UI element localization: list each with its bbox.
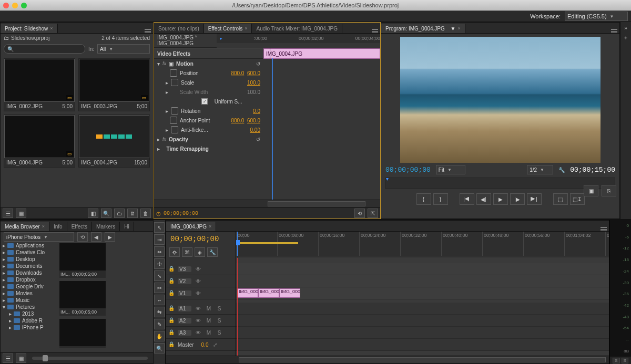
- track-select-tool[interactable]: ⇥: [154, 234, 165, 245]
- mute-button[interactable]: M: [205, 317, 212, 324]
- close-window-icon[interactable]: [3, 3, 9, 8]
- step-back-button[interactable]: ◀|: [476, 193, 491, 205]
- timeline-clip[interactable]: IMG_000: [237, 288, 258, 298]
- mb-folder-item[interactable]: ▸2013: [1, 310, 58, 317]
- twirl-icon[interactable]: ▸: [3, 277, 5, 283]
- play-button[interactable]: ▶: [493, 193, 508, 205]
- timeline-playhead[interactable]: [237, 232, 238, 256]
- mb-folder-tree[interactable]: ▸Applications▸Creative Clo▸Desktop▸Docum…: [1, 242, 58, 352]
- mb-tab[interactable]: Hi: [120, 222, 134, 231]
- mb-folder-item[interactable]: ▸Movies: [1, 290, 58, 297]
- panel-menu-icon[interactable]: [598, 227, 609, 231]
- trash-button[interactable]: 🗑: [140, 209, 151, 218]
- ec-timecode[interactable]: 00;00;00;00: [164, 211, 198, 216]
- ec-ruler[interactable]: ▸ :00;00 00;00;02;00 00;00;04;00: [217, 34, 380, 43]
- keyframe-toggle[interactable]: [171, 107, 178, 115]
- toggle-output-icon[interactable]: 👁: [195, 329, 202, 336]
- program-scrubber[interactable]: ▾: [385, 178, 615, 189]
- mb-thumb-item[interactable]: IM...00;00;05;00: [59, 281, 106, 316]
- window-controls[interactable]: [3, 3, 35, 8]
- safe-margins-button[interactable]: ▣: [584, 185, 598, 196]
- lock-icon[interactable]: 🔒: [168, 305, 175, 311]
- fx-icon[interactable]: fx: [162, 137, 166, 142]
- timeline-ruler[interactable]: 00;0000;00;08;0000;00;16;0000;00;24;0000…: [236, 232, 609, 256]
- marker-button[interactable]: ◈: [195, 247, 205, 257]
- timeline-playhead-line[interactable]: [237, 258, 238, 356]
- chevron-right-icon[interactable]: »: [624, 25, 627, 31]
- timeline-clip[interactable]: IMG_000: [279, 288, 300, 298]
- mb-folder-item[interactable]: ▸Documents: [1, 263, 58, 269]
- project-tab[interactable]: Project: Slideshow×: [1, 24, 58, 33]
- toggle-output-icon[interactable]: 👁: [195, 278, 202, 284]
- workspace-dropdown[interactable]: Editing (CS5.5)▼: [565, 12, 628, 21]
- project-bin-item[interactable]: ▭IMG_0002.JPG5;00: [4, 58, 75, 111]
- twirl-icon[interactable]: ▸: [166, 80, 168, 86]
- snap-button[interactable]: ⯐: [169, 247, 180, 257]
- twirl-icon[interactable]: ▸: [157, 137, 160, 142]
- keyframe-toggle[interactable]: [170, 117, 177, 124]
- go-to-out-button[interactable]: ⯈|: [527, 193, 542, 205]
- track-header[interactable]: 🔒A3👁MS: [166, 327, 236, 339]
- twirl-icon[interactable]: ▸: [166, 108, 168, 114]
- track-header[interactable]: 🔒V1👁: [166, 287, 236, 299]
- sequence-tab[interactable]: IMG_0004.JPG×: [166, 222, 216, 231]
- add-icon[interactable]: ＋: [623, 34, 628, 41]
- filter-in-dropdown[interactable]: All▼: [97, 44, 150, 54]
- reset-icon[interactable]: ↺: [256, 137, 260, 142]
- toggle-output-icon[interactable]: 👁: [195, 266, 202, 272]
- resolution-dropdown[interactable]: 1/2▼: [527, 165, 553, 174]
- rate-stretch-tool[interactable]: ⤡: [154, 271, 165, 281]
- twirl-icon[interactable]: ▸: [3, 243, 5, 248]
- fx-icon[interactable]: fx: [162, 61, 166, 66]
- timeline-hscroll[interactable]: [239, 357, 606, 362]
- mb-thumb-item[interactable]: [59, 319, 106, 348]
- twirl-icon[interactable]: ▸: [3, 263, 5, 269]
- mb-back-button[interactable]: ◀: [91, 232, 101, 242]
- ec-playhead-icon[interactable]: ▸: [220, 36, 222, 41]
- panel-menu-icon[interactable]: [609, 29, 619, 33]
- ec-clip-bar[interactable]: IMG_0004.JPG: [263, 48, 380, 59]
- lock-icon[interactable]: 🔒: [168, 329, 175, 336]
- mb-folder-item[interactable]: ▸Creative Clo: [1, 249, 58, 256]
- time-remapping-label[interactable]: Time Remapping: [167, 146, 209, 152]
- icon-view-button[interactable]: ▦: [16, 209, 26, 218]
- ripple-edit-tool[interactable]: ⇔: [154, 246, 165, 257]
- project-search-input[interactable]: 🔍: [4, 44, 85, 54]
- lock-icon[interactable]: 🔒: [168, 278, 175, 284]
- program-playhead-icon[interactable]: ▾: [386, 176, 389, 182]
- ec-hscroll[interactable]: [268, 201, 365, 206]
- twirl-icon[interactable]: ▸: [3, 270, 5, 276]
- toggle-output-icon[interactable]: 👁: [195, 290, 202, 296]
- mute-button[interactable]: M: [205, 329, 212, 336]
- antiflicker-value[interactable]: 0.00: [250, 127, 260, 133]
- mb-folder-item[interactable]: ▸Google Driv: [1, 283, 58, 290]
- mb-iconview-button[interactable]: ▦: [16, 353, 26, 363]
- twirl-icon[interactable]: ▸: [3, 249, 5, 255]
- program-tab[interactable]: Program: IMG_0004.JPG ▼×: [381, 24, 465, 33]
- twirl-icon[interactable]: ▸: [3, 290, 5, 296]
- program-timecode[interactable]: 00;00;00;00: [385, 166, 431, 174]
- mb-folder-item[interactable]: ▸Downloads: [1, 269, 58, 276]
- twirl-icon[interactable]: ▸: [9, 318, 12, 324]
- twirl-icon[interactable]: ▸: [157, 146, 160, 152]
- twirl-icon[interactable]: ▸: [9, 325, 12, 330]
- lock-icon[interactable]: 🔒: [168, 266, 175, 272]
- mb-folder-item[interactable]: ▸Desktop: [1, 256, 58, 263]
- solo-button[interactable]: S: [216, 305, 223, 311]
- anchor-x-value[interactable]: 800.0: [231, 118, 244, 123]
- track-header[interactable]: 🔒A2👁MS: [166, 315, 236, 327]
- selection-tool[interactable]: ↖: [154, 222, 165, 233]
- mark-out-button[interactable]: }: [433, 193, 448, 205]
- step-forward-button[interactable]: |▶: [510, 193, 525, 205]
- rolling-edit-tool[interactable]: ☩: [154, 258, 165, 269]
- mb-tab[interactable]: Markers: [92, 222, 120, 231]
- new-item-button[interactable]: 🗎: [127, 209, 138, 218]
- twirl-icon[interactable]: ▾: [3, 304, 5, 310]
- mb-folder-item[interactable]: ▸Music: [1, 297, 58, 304]
- minimize-window-icon[interactable]: [12, 3, 18, 8]
- track-header[interactable]: 🔒V2👁: [166, 275, 236, 287]
- keyframe-toggle[interactable]: [171, 79, 178, 86]
- go-to-in-button[interactable]: |⯇: [460, 193, 474, 205]
- expand-icon[interactable]: ⤢: [211, 341, 219, 348]
- extract-button[interactable]: ⬚↧: [570, 193, 585, 205]
